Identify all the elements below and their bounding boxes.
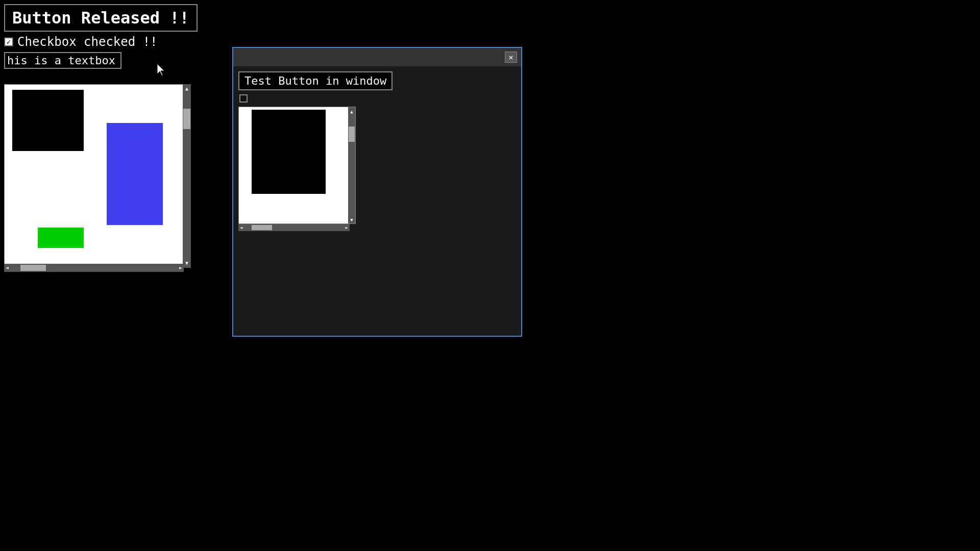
inner-scrollbar-horizontal[interactable]: ◄ ► — [238, 224, 350, 231]
scrollbar-thumb-horizontal[interactable] — [20, 265, 46, 271]
canvas-rect-blue1 — [107, 123, 163, 225]
popup-window: × Test Button in window ▲ ▼ ◄ ► — [232, 47, 522, 337]
canvas-rect-green1 — [38, 228, 84, 248]
topleft-area: Button Released !! Checkbox checked !! — [0, 0, 198, 69]
inner-thumb-vertical[interactable] — [349, 127, 355, 142]
inner-checkbox-row — [239, 94, 521, 103]
inner-canvas-inner — [239, 107, 355, 223]
canvas-scrollbar-vertical[interactable]: ▲ ▼ — [183, 84, 191, 268]
checkbox-row: Checkbox checked !! — [4, 35, 198, 49]
inner-thumb-horizontal[interactable] — [252, 225, 272, 230]
checkbox-label: Checkbox checked !! — [17, 35, 158, 49]
scroll-up-arrow[interactable]: ▲ — [184, 84, 190, 93]
inner-canvas-rect-black_inner — [252, 110, 326, 194]
inner-checkbox[interactable] — [239, 94, 248, 103]
scroll-left-arrow[interactable]: ◄ — [4, 263, 10, 272]
canvas-scrollbar-horizontal[interactable]: ◄ ► — [4, 264, 184, 272]
popup-close-button[interactable]: × — [505, 52, 517, 63]
button-released-label: Button Released !! — [4, 4, 198, 32]
inner-scrollbar-vertical[interactable]: ▲ ▼ — [348, 107, 355, 224]
inner-canvas: ▲ ▼ — [238, 107, 356, 224]
inner-scroll-left[interactable]: ◄ — [238, 223, 244, 232]
inner-button[interactable]: Test Button in window — [238, 71, 393, 90]
canvas-rect-black1 — [12, 90, 84, 151]
inner-scroll-up[interactable]: ▲ — [349, 107, 354, 116]
main-canvas — [4, 84, 188, 268]
scrollbar-thumb-vertical[interactable] — [183, 109, 190, 129]
checkbox-checked[interactable] — [4, 37, 13, 46]
canvas-inner — [5, 85, 187, 267]
popup-titlebar: × — [233, 48, 521, 66]
inner-scroll-right[interactable]: ► — [344, 223, 350, 232]
scroll-down-arrow[interactable]: ▼ — [184, 259, 190, 268]
text-input[interactable] — [4, 52, 121, 69]
scroll-right-arrow[interactable]: ► — [178, 263, 184, 272]
